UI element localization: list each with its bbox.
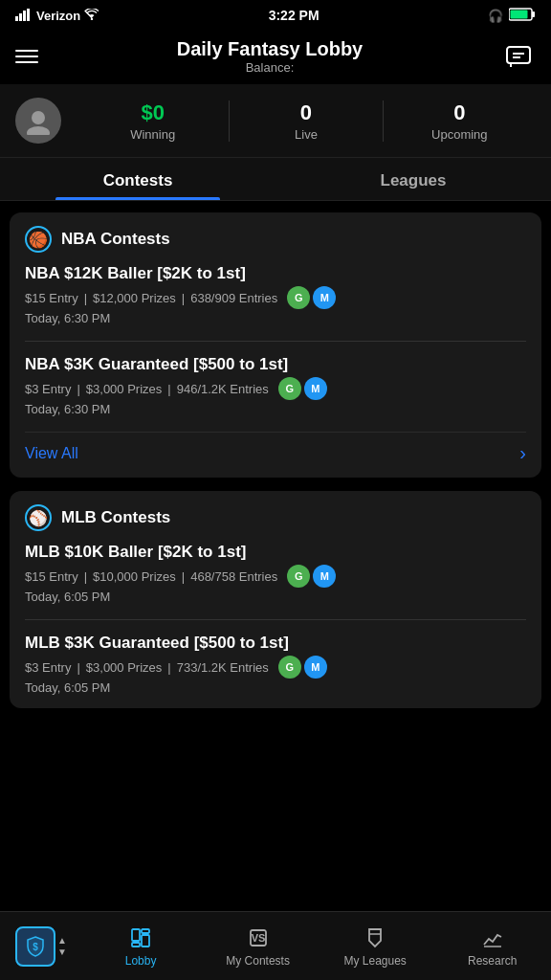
nba-contest-1-meta: $15 Entry | $12,000 Prizes | 638/909 Ent… [25,286,526,309]
svg-rect-14 [132,929,140,941]
svg-text:$: $ [33,942,38,952]
stat-upcoming: 0 Upcoming [383,100,536,142]
svg-rect-1 [19,13,22,21]
svg-text:VS: VS [251,932,265,944]
status-bar: Verizon 3:22 PM 🎧 [0,0,551,31]
nav-item-research[interactable]: Research [433,912,551,980]
nba-contest-1[interactable]: NBA $12K Baller [$2K to 1st] $15 Entry |… [25,264,526,325]
mlb-contest-2-meta: $3 Entry | $3,000 Prizes | 733/1.2K Entr… [25,656,526,679]
avatar [15,98,61,144]
headphone-icon: 🎧 [488,9,503,23]
svg-rect-6 [532,11,535,17]
mlb-contest-2-date: Today, 6:05 PM [25,680,526,695]
page-title: Daily Fantasy Lobby [177,38,364,60]
nba-contest-2-meta: $3 Entry | $3,000 Prizes | 946/1.2K Entr… [25,377,526,400]
live-label: Live [230,127,382,142]
chevron-right-icon: › [519,442,526,464]
svg-rect-3 [27,9,30,21]
upcoming-label: Upcoming [384,127,536,142]
header-title-wrap: Daily Fantasy Lobby Balance: [177,38,364,75]
nav-arrows: ▲ ▼ [57,935,67,957]
svg-rect-0 [15,16,18,21]
mlb-contest-2-title: MLB $3K Guaranteed [$500 to 1st] [25,634,526,653]
nav-item-my-contests[interactable]: VS My Contests [199,912,317,980]
nba-contest-2-date: Today, 6:30 PM [25,402,526,416]
nba-contest-2-badges: G M [278,377,327,400]
svg-rect-16 [142,929,149,933]
badge-g-2: G [278,377,301,400]
lobby-icon [128,925,153,950]
chat-button[interactable] [501,39,536,74]
svg-rect-2 [23,11,26,21]
nav-item-shield[interactable]: $ ▲ ▼ [0,912,82,980]
badge-g-4: G [278,656,301,679]
status-left: Verizon [15,8,99,24]
winning-value: $0 [77,100,229,125]
carrier-name: Verizon [36,9,80,23]
mlb-contest-1-meta: $15 Entry | $10,000 Prizes | 468/758 Ent… [25,565,526,588]
svg-rect-15 [132,943,140,947]
header: Daily Fantasy Lobby Balance: [0,31,551,84]
mlb-card-header: ⚾ MLB Contests [25,504,526,531]
svg-rect-8 [507,47,530,63]
mlb-contest-1[interactable]: MLB $10K Baller [$2K to 1st] $15 Entry |… [25,543,526,604]
nba-contest-card: 🏀 NBA Contests NBA $12K Baller [$2K to 1… [10,212,541,478]
bottom-nav: $ ▲ ▼ Lobby VS My Co [0,911,551,980]
svg-point-11 [32,111,45,124]
lobby-label: Lobby [125,954,157,968]
battery-icon [509,8,536,24]
nav-item-lobby[interactable]: Lobby [82,912,200,980]
main-tabs: Contests Leagues [0,158,551,201]
signal-icon [15,8,33,24]
svg-point-4 [91,17,93,19]
research-icon [480,925,505,950]
mlb-sport-icon: ⚾ [25,504,52,531]
tab-contests[interactable]: Contests [0,158,276,200]
menu-button[interactable] [15,50,38,63]
stats-bar: $0 Winning 0 Live 0 Upcoming [0,84,551,158]
shield-icon: $ [15,926,55,967]
badge-m-3: M [313,565,336,588]
divider-1 [25,341,526,342]
nba-sport-icon: 🏀 [25,226,52,253]
status-time: 3:22 PM [269,8,320,23]
nba-contest-1-badges: G M [287,286,336,309]
research-label: Research [468,954,517,968]
my-contests-label: My Contests [226,954,290,968]
badge-m-4: M [304,656,327,679]
nba-contest-2[interactable]: NBA $3K Guaranteed [$500 to 1st] $3 Entr… [25,355,526,416]
badge-m-2: M [304,377,327,400]
nav-item-my-leagues[interactable]: My Leagues [317,912,434,980]
stat-winning: $0 Winning [77,100,229,142]
content-area: 🏀 NBA Contests NBA $12K Baller [$2K to 1… [0,201,551,810]
my-leagues-label: My Leagues [343,954,406,968]
leagues-icon [363,925,387,950]
mlb-card-title: MLB Contests [61,508,170,527]
nba-contest-1-date: Today, 6:30 PM [25,311,526,325]
svg-rect-17 [142,935,149,947]
winning-label: Winning [77,127,229,142]
stats-items: $0 Winning 0 Live 0 Upcoming [77,100,536,142]
nba-view-all-button[interactable]: View All › [25,432,526,464]
mlb-contest-1-badges: G M [287,565,336,588]
nba-card-title: NBA Contests [61,230,170,249]
mlb-contest-1-date: Today, 6:05 PM [25,590,526,604]
svg-point-12 [27,126,50,135]
nba-contest-1-title: NBA $12K Baller [$2K to 1st] [25,264,526,283]
contests-icon: VS [246,925,271,950]
mlb-contest-2[interactable]: MLB $3K Guaranteed [$500 to 1st] $3 Entr… [25,634,526,695]
mlb-contest-2-badges: G M [278,656,327,679]
live-value: 0 [230,100,382,125]
badge-g-3: G [287,565,310,588]
balance-label: Balance: [177,60,364,75]
badge-g: G [287,286,310,309]
stat-live: 0 Live [229,100,382,142]
badge-m: M [313,286,336,309]
divider-2 [25,619,526,620]
upcoming-value: 0 [384,100,536,125]
nba-card-header: 🏀 NBA Contests [25,226,526,253]
tab-leagues[interactable]: Leagues [276,158,551,200]
mlb-contest-card: ⚾ MLB Contests MLB $10K Baller [$2K to 1… [10,491,541,708]
wifi-icon [84,9,99,23]
svg-rect-7 [510,10,527,18]
